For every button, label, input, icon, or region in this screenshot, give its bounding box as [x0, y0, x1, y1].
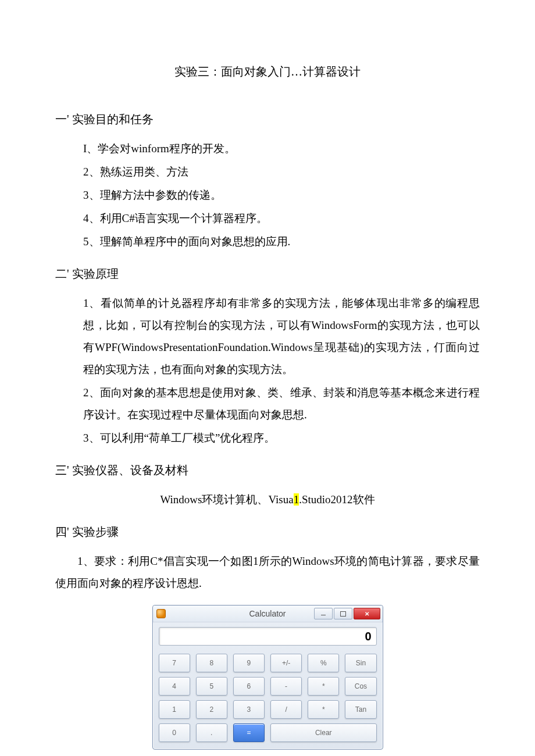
- key-multiply[interactable]: *: [308, 677, 339, 696]
- key-3[interactable]: 3: [233, 700, 265, 719]
- key-5[interactable]: 5: [196, 677, 227, 696]
- page-title: 实验三：面向对象入门…计算器设计: [55, 64, 480, 80]
- key-1[interactable]: 1: [159, 700, 190, 719]
- document-page: 实验三：面向对象入门…计算器设计 一' 实验目的和任务 I、学会对winform…: [0, 0, 535, 756]
- env-text-a: Windows环境计算机、Visua: [160, 493, 293, 506]
- titlebar: Calculator ✕: [153, 605, 383, 622]
- close-icon: ✕: [365, 611, 369, 617]
- section-2-heading: 二' 实验原理: [55, 263, 480, 284]
- key-9[interactable]: 9: [233, 654, 265, 672]
- key-cos[interactable]: Cos: [345, 677, 376, 696]
- key-sin[interactable]: Sin: [345, 654, 376, 672]
- maximize-button[interactable]: [334, 608, 352, 619]
- s1-item-1: I、学会对winform程序的开发。: [55, 138, 480, 160]
- s2-para-3: 3、可以利用“荷单工厂模式”优化程序。: [55, 427, 480, 449]
- calculator-window: Calculator ✕ 0 7 8 9 +/- % Sin: [152, 605, 383, 750]
- s1-item-4: 4、利用C#语言实现一个计算器程序。: [55, 207, 480, 230]
- app-icon: [156, 609, 166, 618]
- section-3-heading: 三' 实验仪器、设备及材料: [55, 460, 480, 481]
- section-1-heading: 一' 实验目的和任务: [55, 109, 480, 130]
- calculator-body: 0 7 8 9 +/- % Sin 4 5 6 - * Cos: [153, 622, 383, 749]
- key-percent[interactable]: %: [308, 654, 339, 672]
- s1-item-2: 2、熟练运用类、方法: [55, 161, 480, 183]
- minimize-button[interactable]: [314, 608, 333, 619]
- key-2[interactable]: 2: [196, 700, 227, 719]
- key-equals[interactable]: =: [233, 723, 265, 742]
- calculator-figure: Calculator ✕ 0 7 8 9 +/- % Sin: [55, 605, 480, 750]
- key-minus[interactable]: -: [270, 677, 302, 696]
- env-highlight: 1: [294, 493, 299, 506]
- s2-para-2: 2、面向对象的基本思想是使用对象、类、维承、封装和消息等基本概念来进行程序设计。…: [55, 382, 480, 426]
- s1-item-5: 5、理解简单程序中的面向对象思想的应用.: [55, 231, 480, 253]
- s1-item-3: 3、理解方法中参数的传递。: [55, 184, 480, 206]
- calculator-display[interactable]: 0: [159, 627, 377, 646]
- key-4[interactable]: 4: [159, 677, 190, 696]
- maximize-icon: [340, 611, 346, 617]
- key-7[interactable]: 7: [159, 654, 190, 672]
- minimize-icon: [321, 615, 326, 615]
- s4-p1-text: 1、要求：利用C*倡言实现一个如图1所示的Windows环境的简电计算器，要求尽…: [55, 555, 480, 589]
- key-dot[interactable]: .: [196, 723, 227, 742]
- section-4-heading: 四' 实验步骤: [55, 521, 480, 542]
- s3-env-line: Windows环境计算机、Visua1.Studio2012软件: [55, 489, 480, 511]
- key-divide[interactable]: /: [270, 700, 302, 719]
- key-0[interactable]: 0: [159, 723, 190, 742]
- env-text-b: .Studio2012软件: [299, 493, 374, 506]
- key-8[interactable]: 8: [196, 654, 227, 672]
- key-6[interactable]: 6: [233, 677, 265, 696]
- key-clear[interactable]: Clear: [270, 723, 377, 742]
- window-controls: ✕: [314, 608, 380, 619]
- key-multiply-2[interactable]: *: [308, 700, 339, 719]
- s2-para-1: 1、看似简单的计兑器程序却有非常多的实现方法，能够体现出非常多的编程思想，比如，…: [55, 292, 480, 381]
- key-tan[interactable]: Tan: [345, 700, 376, 719]
- s4-para-1-line1: 1、要求：利用C*倡言实现一个如图1所示的Windows环境的简电计算器，要求尽…: [55, 550, 480, 594]
- keypad: 7 8 9 +/- % Sin 4 5 6 - * Cos 1 2 3: [159, 654, 377, 742]
- close-button[interactable]: ✕: [354, 608, 380, 619]
- key-plusminus[interactable]: +/-: [270, 654, 302, 672]
